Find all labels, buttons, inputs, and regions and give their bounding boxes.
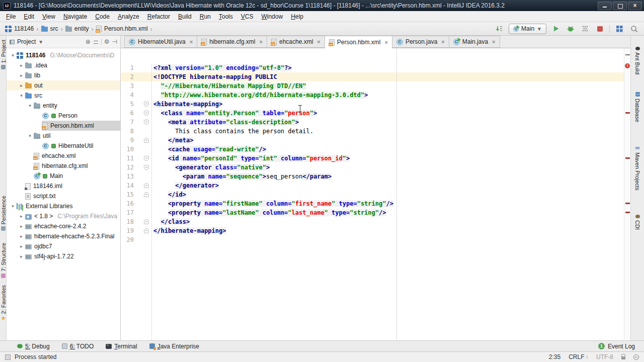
tree-arrow-icon[interactable]: ▸ bbox=[18, 214, 25, 219]
tree-arrow-icon[interactable]: ▸ bbox=[18, 63, 25, 68]
lock-icon[interactable] bbox=[621, 356, 625, 359]
close-icon[interactable]: × bbox=[441, 39, 444, 45]
tree-row-lib[interactable]: ▸lib bbox=[7, 70, 120, 80]
tree-row-script.txt[interactable]: script.txt bbox=[7, 191, 120, 201]
run-button[interactable] bbox=[551, 24, 561, 34]
editor-tab-main.java[interactable]: CMain.java× bbox=[449, 36, 500, 48]
toolwindow-toggle-icon[interactable] bbox=[5, 354, 11, 360]
file-errors-indicator[interactable]: ! bbox=[625, 63, 630, 68]
tree-row-person[interactable]: CPerson bbox=[7, 111, 120, 121]
toolwindow-button-todo[interactable]: 6: TODO bbox=[62, 343, 94, 350]
fold-marker-icon[interactable]: − bbox=[144, 219, 149, 224]
tree-row-ehcache-core-2.4.2[interactable]: ▸ehcache-core-2.4.2 bbox=[7, 221, 120, 231]
debug-button[interactable] bbox=[566, 24, 576, 34]
file-encoding[interactable]: UTF-8 bbox=[596, 353, 613, 360]
hide-panel-icon[interactable]: ⊣ bbox=[112, 39, 117, 45]
close-icon[interactable]: × bbox=[190, 39, 193, 45]
menu-view[interactable]: View bbox=[38, 12, 59, 21]
menu-build[interactable]: Build bbox=[174, 12, 196, 21]
menu-navigate[interactable]: Navigate bbox=[59, 12, 91, 21]
fold-marker-icon[interactable]: − bbox=[144, 156, 149, 161]
editor-tab-hibernate.cfg.xml[interactable]: hibernate.cfg.xml× bbox=[197, 36, 267, 48]
tree-row-main[interactable]: CMain bbox=[7, 171, 120, 181]
error-stripe-mark[interactable] bbox=[625, 212, 630, 213]
breadcrumb-item-person.hbm.xml[interactable]: Person.hbm.xml bbox=[96, 25, 148, 32]
fold-marker-icon[interactable]: − bbox=[144, 192, 149, 197]
toolwindow-tab-persistence[interactable]: Persistence bbox=[0, 196, 7, 231]
menu-analyze[interactable]: Analyze bbox=[114, 12, 143, 21]
editor-tab-hibernateutil.java[interactable]: CHibernateUtil.java× bbox=[124, 36, 197, 48]
tree-row-ehcache.xml[interactable]: ehcache.xml bbox=[7, 151, 120, 161]
tree-arrow-icon[interactable]: ▸ bbox=[18, 83, 25, 88]
breadcrumb-item-entity[interactable]: entity bbox=[65, 25, 89, 32]
tree-row-hibernate-ehcache-5.2.3.final[interactable]: ▸hibernate-ehcache-5.2.3.Final bbox=[7, 231, 120, 241]
tree-row-external-libraries[interactable]: ▾External Libraries bbox=[7, 201, 120, 211]
fold-marker-icon[interactable]: − bbox=[144, 111, 149, 116]
fold-marker-icon[interactable]: − bbox=[144, 165, 149, 170]
menu-refactor[interactable]: Refactor bbox=[143, 12, 174, 21]
tree-row-hibernateutil[interactable]: CHibernateUtil bbox=[7, 141, 120, 151]
restore-button[interactable] bbox=[613, 2, 627, 10]
menu-edit[interactable]: Edit bbox=[20, 12, 38, 21]
menu-file[interactable]: File bbox=[2, 12, 20, 21]
tree-row-118146[interactable]: ▾118146G:\Moose\Documents\D bbox=[7, 50, 120, 60]
toolwindow-tab-structure[interactable]: 7: Structure bbox=[0, 243, 7, 278]
tree-arrow-icon[interactable]: ▸ bbox=[18, 73, 25, 78]
editor-tab-person.hbm.xml[interactable]: Person.hbm.xml× bbox=[325, 36, 392, 48]
menu-run[interactable]: Run bbox=[196, 12, 215, 21]
minimize-button[interactable] bbox=[598, 2, 612, 10]
coverage-button[interactable] bbox=[580, 24, 590, 34]
highlighting-level-icon[interactable] bbox=[633, 354, 639, 360]
error-stripe-mark[interactable] bbox=[625, 203, 630, 204]
close-icon[interactable]: × bbox=[385, 40, 388, 45]
breadcrumb-item-118146[interactable]: 118146 bbox=[5, 25, 34, 32]
toolwindow-tab-favorites[interactable]: 2: Favorites bbox=[0, 285, 7, 320]
gear-icon[interactable]: ⚙ bbox=[104, 39, 110, 45]
caret-position[interactable]: 2:35 bbox=[549, 353, 560, 360]
error-stripe[interactable]: ! bbox=[624, 48, 630, 340]
line-separator-selector[interactable]: CRLF ↕ bbox=[569, 353, 588, 360]
menu-tools[interactable]: Tools bbox=[215, 12, 237, 21]
locate-file-icon[interactable]: ⊕ bbox=[86, 39, 91, 45]
code-text[interactable]: <?xml version="1.0" encoding="utf-8"?><!… bbox=[153, 63, 624, 340]
tree-arrow-icon[interactable]: ▾ bbox=[10, 204, 16, 209]
tree-row-hibernate.cfg.xml[interactable]: hibernate.cfg.xml bbox=[7, 161, 120, 171]
error-stripe-mark[interactable] bbox=[625, 112, 630, 114]
tree-row-src[interactable]: ▾src bbox=[7, 90, 120, 101]
project-structure-button[interactable] bbox=[614, 24, 624, 34]
toolwindow-tab-maven-projects[interactable]: mMaven Projects bbox=[631, 144, 644, 191]
breadcrumb-item-src[interactable]: src bbox=[41, 25, 58, 32]
tree-arrow-icon[interactable]: ▸ bbox=[18, 254, 25, 259]
close-icon[interactable]: × bbox=[317, 39, 320, 45]
tree-arrow-icon[interactable]: ▸ bbox=[18, 244, 25, 249]
tree-row-entity[interactable]: ▾entity bbox=[7, 101, 120, 111]
tree-arrow-icon[interactable]: ▾ bbox=[10, 53, 16, 58]
tree-arrow-icon[interactable]: ▸ bbox=[18, 234, 25, 239]
toolwindow-tab-database[interactable]: Database bbox=[631, 92, 644, 122]
event-log-button[interactable]: 1Event Log bbox=[598, 343, 635, 350]
tree-row-person.hbm.xml[interactable]: Person.hbm.xml bbox=[7, 121, 120, 131]
tree-arrow-icon[interactable]: ▾ bbox=[18, 93, 25, 98]
toolwindow-button-javaee[interactable]: Java Enterprise bbox=[149, 343, 199, 350]
editor-tab-person.java[interactable]: CPerson.java× bbox=[392, 36, 449, 48]
fold-marker-icon[interactable]: − bbox=[144, 102, 149, 107]
tree-row-out[interactable]: ▸out bbox=[7, 80, 120, 90]
error-stripe-mark[interactable] bbox=[625, 157, 630, 159]
menu-window[interactable]: Window bbox=[257, 12, 287, 21]
tree-arrow-icon[interactable]: ▾ bbox=[27, 103, 33, 108]
chevron-down-icon[interactable]: ▼ bbox=[38, 39, 43, 45]
tree-row-slf4j-api-1.7.22[interactable]: ▸slf4j-api-1.7.22 bbox=[7, 251, 120, 261]
run-configuration-selector[interactable]: C Main ▼ bbox=[509, 24, 546, 34]
annotate-icon[interactable] bbox=[494, 24, 504, 34]
fold-marker-icon[interactable]: − bbox=[144, 138, 149, 143]
tree-arrow-icon[interactable]: ▸ bbox=[18, 224, 25, 229]
toolwindow-button-terminal[interactable]: Terminal bbox=[106, 343, 137, 350]
fold-marker-icon[interactable]: − bbox=[144, 183, 149, 188]
toolwindow-button-debug[interactable]: 5: Debug bbox=[17, 343, 50, 350]
editor-surface[interactable]: 12345−6−7−89−1011−12−1314−15−161718−19−2… bbox=[121, 48, 630, 340]
toolwindow-tab-project[interactable]: 1: Project bbox=[0, 40, 7, 69]
menu-code[interactable]: Code bbox=[91, 12, 114, 21]
fold-marker-icon[interactable]: − bbox=[144, 120, 149, 125]
toolwindow-tab-ant-build[interactable]: Ant Build bbox=[631, 47, 644, 74]
tree-row-118146.iml[interactable]: 118146.iml bbox=[7, 181, 120, 191]
